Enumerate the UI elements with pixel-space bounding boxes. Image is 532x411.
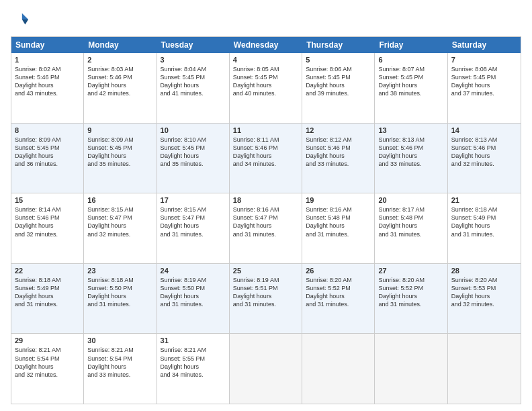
calendar-row-5: 29 Sunrise: 8:21 AM Sunset: 5:54 PM Dayl…	[11, 333, 521, 404]
day-number: 9	[87, 126, 152, 134]
day-cell-4: 4 Sunrise: 8:05 AM Sunset: 5:45 PM Dayli…	[230, 53, 302, 123]
day-info: Sunrise: 8:07 AM Sunset: 5:45 PM Dayligh…	[378, 65, 443, 98]
day-cell-9: 9 Sunrise: 8:09 AM Sunset: 5:45 PM Dayli…	[84, 124, 157, 193]
day-number: 13	[378, 126, 443, 134]
day-info: Sunrise: 8:03 AM Sunset: 5:46 PM Dayligh…	[87, 65, 152, 98]
day-info: Sunrise: 8:17 AM Sunset: 5:48 PM Dayligh…	[378, 205, 443, 238]
day-cell-24: 24 Sunrise: 8:19 AM Sunset: 5:50 PM Dayl…	[157, 264, 230, 334]
day-number: 10	[161, 126, 226, 134]
day-cell-16: 16 Sunrise: 8:15 AM Sunset: 5:47 PM Dayl…	[84, 193, 157, 263]
day-number: 5	[306, 56, 371, 64]
day-number: 27	[378, 267, 443, 275]
day-cell-26: 26 Sunrise: 8:20 AM Sunset: 5:52 PM Dayl…	[302, 264, 375, 334]
calendar-body: 1 Sunrise: 8:02 AM Sunset: 5:46 PM Dayli…	[11, 53, 521, 404]
day-cell-28: 28 Sunrise: 8:20 AM Sunset: 5:53 PM Dayl…	[448, 264, 521, 334]
day-number: 31	[161, 336, 226, 345]
day-cell-2: 2 Sunrise: 8:03 AM Sunset: 5:46 PM Dayli…	[84, 53, 157, 123]
day-info: Sunrise: 8:18 AM Sunset: 5:49 PM Dayligh…	[15, 276, 80, 309]
day-cell-1: 1 Sunrise: 8:02 AM Sunset: 5:46 PM Dayli…	[11, 53, 84, 123]
day-info: Sunrise: 8:08 AM Sunset: 5:45 PM Dayligh…	[451, 65, 517, 98]
day-header-thursday: Thursday	[302, 37, 375, 53]
day-cell-27: 27 Sunrise: 8:20 AM Sunset: 5:52 PM Dayl…	[375, 264, 447, 334]
day-info: Sunrise: 8:20 AM Sunset: 5:52 PM Dayligh…	[378, 276, 443, 309]
calendar-header: SundayMondayTuesdayWednesdayThursdayFrid…	[11, 37, 521, 53]
day-info: Sunrise: 8:13 AM Sunset: 5:46 PM Dayligh…	[378, 136, 443, 169]
empty-cell	[230, 334, 302, 404]
svg-marker-1	[22, 19, 28, 24]
day-cell-14: 14 Sunrise: 8:13 AM Sunset: 5:46 PM Dayl…	[448, 124, 521, 193]
day-info: Sunrise: 8:06 AM Sunset: 5:45 PM Dayligh…	[306, 65, 371, 98]
calendar-row-1: 1 Sunrise: 8:02 AM Sunset: 5:46 PM Dayli…	[11, 53, 521, 123]
day-number: 7	[451, 56, 517, 64]
calendar: SundayMondayTuesdayWednesdayThursdayFrid…	[11, 36, 521, 404]
day-info: Sunrise: 8:10 AM Sunset: 5:45 PM Dayligh…	[161, 136, 226, 169]
day-number: 2	[87, 56, 152, 64]
day-cell-19: 19 Sunrise: 8:16 AM Sunset: 5:48 PM Dayl…	[302, 193, 375, 263]
day-cell-18: 18 Sunrise: 8:16 AM Sunset: 5:47 PM Dayl…	[230, 193, 302, 263]
calendar-row-2: 8 Sunrise: 8:09 AM Sunset: 5:45 PM Dayli…	[11, 123, 521, 193]
page: SundayMondayTuesdayWednesdayThursdayFrid…	[0, 0, 532, 411]
day-cell-6: 6 Sunrise: 8:07 AM Sunset: 5:45 PM Dayli…	[375, 53, 447, 123]
day-info: Sunrise: 8:14 AM Sunset: 5:46 PM Dayligh…	[15, 205, 80, 238]
day-cell-10: 10 Sunrise: 8:10 AM Sunset: 5:45 PM Dayl…	[157, 124, 230, 193]
day-info: Sunrise: 8:16 AM Sunset: 5:47 PM Dayligh…	[233, 205, 298, 238]
day-info: Sunrise: 8:15 AM Sunset: 5:47 PM Dayligh…	[87, 205, 152, 238]
day-number: 28	[451, 267, 517, 275]
day-cell-17: 17 Sunrise: 8:15 AM Sunset: 5:47 PM Dayl…	[157, 193, 230, 263]
day-info: Sunrise: 8:04 AM Sunset: 5:45 PM Dayligh…	[161, 65, 226, 98]
day-number: 1	[15, 56, 80, 64]
day-header-tuesday: Tuesday	[157, 37, 230, 53]
day-info: Sunrise: 8:15 AM Sunset: 5:47 PM Dayligh…	[161, 205, 226, 238]
day-cell-12: 12 Sunrise: 8:12 AM Sunset: 5:46 PM Dayl…	[302, 124, 375, 193]
day-number: 23	[87, 267, 152, 275]
day-info: Sunrise: 8:12 AM Sunset: 5:46 PM Dayligh…	[306, 136, 371, 169]
day-cell-30: 30 Sunrise: 8:21 AM Sunset: 5:54 PM Dayl…	[84, 334, 157, 404]
day-info: Sunrise: 8:18 AM Sunset: 5:49 PM Dayligh…	[451, 205, 517, 238]
day-number: 18	[233, 196, 298, 204]
day-info: Sunrise: 8:21 AM Sunset: 5:54 PM Dayligh…	[15, 346, 80, 379]
empty-cell	[302, 334, 375, 404]
day-cell-23: 23 Sunrise: 8:18 AM Sunset: 5:50 PM Dayl…	[84, 264, 157, 334]
day-cell-20: 20 Sunrise: 8:17 AM Sunset: 5:48 PM Dayl…	[375, 193, 447, 263]
day-number: 22	[15, 267, 80, 275]
day-number: 19	[306, 196, 371, 204]
day-info: Sunrise: 8:21 AM Sunset: 5:54 PM Dayligh…	[87, 346, 152, 379]
day-cell-21: 21 Sunrise: 8:18 AM Sunset: 5:49 PM Dayl…	[448, 193, 521, 263]
day-info: Sunrise: 8:21 AM Sunset: 5:55 PM Dayligh…	[161, 346, 226, 379]
day-number: 29	[15, 336, 80, 345]
day-info: Sunrise: 8:16 AM Sunset: 5:48 PM Dayligh…	[306, 205, 371, 238]
day-cell-11: 11 Sunrise: 8:11 AM Sunset: 5:46 PM Dayl…	[230, 124, 302, 193]
calendar-row-4: 22 Sunrise: 8:18 AM Sunset: 5:49 PM Dayl…	[11, 263, 521, 334]
day-number: 12	[306, 126, 371, 134]
day-header-friday: Friday	[375, 37, 447, 53]
day-number: 11	[233, 126, 298, 134]
day-header-sunday: Sunday	[11, 37, 84, 53]
day-info: Sunrise: 8:19 AM Sunset: 5:51 PM Dayligh…	[233, 276, 298, 309]
svg-marker-0	[22, 13, 28, 19]
header	[11, 11, 521, 30]
day-number: 17	[161, 196, 226, 204]
day-number: 4	[233, 56, 298, 64]
day-number: 26	[306, 267, 371, 275]
day-cell-7: 7 Sunrise: 8:08 AM Sunset: 5:45 PM Dayli…	[448, 53, 521, 123]
day-cell-13: 13 Sunrise: 8:13 AM Sunset: 5:46 PM Dayl…	[375, 124, 447, 193]
day-info: Sunrise: 8:20 AM Sunset: 5:53 PM Dayligh…	[451, 276, 517, 309]
day-cell-25: 25 Sunrise: 8:19 AM Sunset: 5:51 PM Dayl…	[230, 264, 302, 334]
day-info: Sunrise: 8:02 AM Sunset: 5:46 PM Dayligh…	[15, 65, 80, 98]
day-info: Sunrise: 8:20 AM Sunset: 5:52 PM Dayligh…	[306, 276, 371, 309]
day-header-wednesday: Wednesday	[230, 37, 302, 53]
day-number: 14	[451, 126, 517, 134]
day-number: 6	[378, 56, 443, 64]
day-info: Sunrise: 8:19 AM Sunset: 5:50 PM Dayligh…	[161, 276, 226, 309]
day-info: Sunrise: 8:13 AM Sunset: 5:46 PM Dayligh…	[451, 136, 517, 169]
day-number: 8	[15, 126, 80, 134]
day-cell-15: 15 Sunrise: 8:14 AM Sunset: 5:46 PM Dayl…	[11, 193, 84, 263]
day-cell-3: 3 Sunrise: 8:04 AM Sunset: 5:45 PM Dayli…	[157, 53, 230, 123]
day-info: Sunrise: 8:09 AM Sunset: 5:45 PM Dayligh…	[15, 136, 80, 169]
logo-icon	[11, 11, 30, 30]
day-number: 25	[233, 267, 298, 275]
day-number: 21	[451, 196, 517, 204]
day-number: 15	[15, 196, 80, 204]
day-header-saturday: Saturday	[448, 37, 521, 53]
day-cell-31: 31 Sunrise: 8:21 AM Sunset: 5:55 PM Dayl…	[157, 334, 230, 404]
